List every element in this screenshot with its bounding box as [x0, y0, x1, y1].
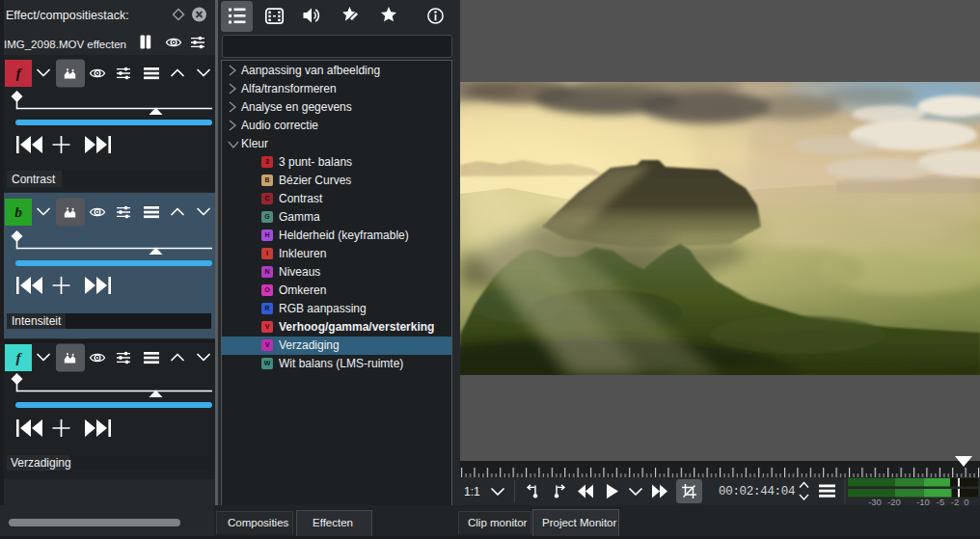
- svg-text:-5: -5: [937, 497, 944, 505]
- svg-text:-30: -30: [868, 497, 882, 505]
- svg-text:0: 0: [964, 497, 968, 505]
- svg-text:-10: -10: [916, 497, 930, 505]
- svg-text:-2: -2: [951, 497, 959, 505]
- svg-text:-20: -20: [887, 497, 901, 505]
